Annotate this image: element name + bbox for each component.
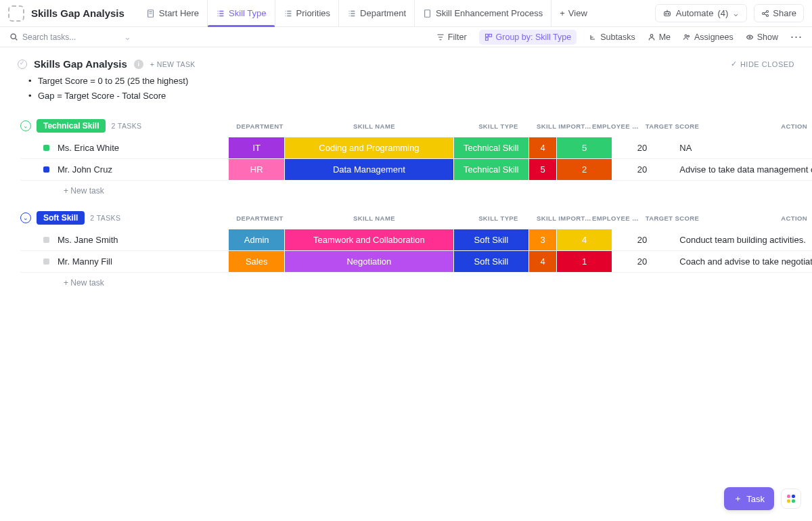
col-action[interactable]: ACTION — [703, 122, 811, 130]
svg-rect-10 — [489, 34, 491, 37]
tab-label: Skill Type — [229, 8, 266, 18]
hide-closed-label: HIDE CLOSED — [740, 60, 794, 68]
add-view-button[interactable]: + View — [551, 0, 595, 27]
cell-rating[interactable]: 5 — [556, 137, 612, 158]
col-rating[interactable]: EMPLOYEE RATI... — [592, 122, 641, 130]
new-task-row-button[interactable]: + New task — [20, 181, 812, 208]
cell-skill-type[interactable]: Soft Skill — [453, 229, 528, 250]
tab-priorities[interactable]: Priorities — [275, 0, 339, 27]
cell-action[interactable]: Conduct team building activities. — [672, 229, 812, 250]
cell-action[interactable]: Coach and advise to take negotiatio — [672, 251, 812, 272]
cell-skill-name[interactable]: Negotiation — [284, 251, 453, 272]
cell-skill-type[interactable]: Technical Skill — [453, 137, 528, 158]
col-importance[interactable]: SKILL IMPORTAN... — [537, 122, 592, 130]
task-row[interactable]: Ms. Erica White IT Coding and Programmin… — [20, 137, 812, 159]
tab-enhancement[interactable]: Skill Enhancement Process — [414, 0, 551, 27]
cell-skill-name[interactable]: Data Management — [284, 159, 453, 180]
more-button[interactable]: ··· — [790, 30, 803, 44]
cell-rating[interactable]: 1 — [556, 251, 612, 272]
status-square-icon[interactable] — [43, 166, 49, 173]
space-icon[interactable] — [8, 5, 24, 22]
new-task-fab[interactable]: ＋ Task — [724, 487, 774, 510]
cell-target[interactable]: 20 — [612, 137, 673, 158]
apps-button[interactable] — [781, 489, 801, 509]
list-icon — [284, 9, 293, 18]
svg-point-15 — [749, 36, 750, 37]
show-button[interactable]: Show — [746, 32, 778, 42]
cell-rating[interactable]: 2 — [556, 159, 612, 180]
cell-department[interactable]: HR — [228, 159, 284, 180]
search-wrap: ⌄ — [9, 32, 131, 42]
cell-target[interactable]: 20 — [612, 229, 673, 250]
filter-button[interactable]: Filter — [436, 32, 467, 42]
group-header: ⌄ Soft Skill 2 TASKS DEPARTMENT SKILL NA… — [20, 210, 812, 225]
group-collapse-button[interactable]: ⌄ — [20, 120, 31, 131]
info-icon[interactable]: i — [134, 60, 143, 69]
groupby-button[interactable]: Group by: Skill Type — [479, 30, 577, 45]
hide-closed-button[interactable]: ✓ HIDE CLOSED — [731, 60, 794, 68]
svg-point-5 — [763, 12, 765, 14]
cell-importance[interactable]: 4 — [528, 137, 556, 158]
task-row[interactable]: Mr. Manny Fill Sales Negotiation Soft Sk… — [20, 251, 812, 273]
group-rows: Ms. Jane Smith Admin Teamwork and Collab… — [20, 229, 812, 273]
task-row[interactable]: Mr. John Cruz HR Data Management Technic… — [20, 159, 812, 181]
cell-action[interactable]: Advise to take data management or — [672, 159, 812, 180]
cell-department[interactable]: IT — [228, 137, 284, 158]
subtasks-button[interactable]: Subtasks — [589, 32, 635, 42]
group-task-count: 2 TASKS — [90, 214, 120, 222]
page-title: Skills Gap Analysis — [31, 7, 125, 19]
cell-target[interactable]: 20 — [612, 251, 673, 272]
status-square-icon[interactable] — [43, 237, 49, 243]
topbar-right: Automate (4) ⌄ Share — [655, 4, 804, 22]
cell-target[interactable]: 20 — [612, 159, 673, 180]
tab-department[interactable]: Department — [338, 0, 414, 27]
share-button[interactable]: Share — [754, 4, 804, 22]
svg-point-14 — [687, 35, 690, 37]
tab-start-here[interactable]: Start Here — [138, 0, 207, 27]
task-group: ⌄ Soft Skill 2 TASKS DEPARTMENT SKILL NA… — [0, 208, 812, 300]
cell-department[interactable]: Sales — [228, 251, 284, 272]
tab-skill-type[interactable]: Skill Type — [207, 0, 274, 27]
cell-skill-type[interactable]: Technical Skill — [453, 159, 528, 180]
task-name-cell: Ms. Jane Smith — [20, 229, 228, 250]
assignees-button[interactable]: Assignees — [683, 32, 734, 42]
status-square-icon[interactable] — [43, 145, 49, 151]
search-input[interactable] — [22, 32, 117, 42]
automate-button[interactable]: Automate (4) ⌄ — [655, 4, 748, 22]
cell-skill-name[interactable]: Coding and Programming — [284, 137, 453, 158]
status-square-icon[interactable] — [43, 258, 49, 265]
me-button[interactable]: Me — [648, 32, 671, 42]
new-task-row-button[interactable]: + New task — [20, 273, 812, 300]
cell-department[interactable]: Admin — [228, 229, 284, 250]
col-action[interactable]: ACTION — [703, 214, 811, 222]
cell-importance[interactable]: 5 — [528, 159, 556, 180]
col-target[interactable]: TARGET SCORE — [641, 122, 703, 130]
col-skill-name[interactable]: SKILL NAME — [288, 122, 460, 130]
col-department[interactable]: DEPARTMENT — [231, 122, 288, 130]
col-importance[interactable]: SKILL IMPORTAN... — [537, 214, 592, 222]
task-group: ⌄ Technical Skill 2 TASKS DEPARTMENT SKI… — [0, 116, 812, 208]
group-pill[interactable]: Soft Skill — [37, 211, 85, 225]
col-skill-name[interactable]: SKILL NAME — [288, 214, 460, 222]
col-department[interactable]: DEPARTMENT — [231, 214, 288, 222]
plus-icon: + — [560, 8, 565, 18]
cell-importance[interactable]: 4 — [528, 251, 556, 272]
group-collapse-button[interactable]: ⌄ — [20, 212, 31, 223]
cell-importance[interactable]: 3 — [528, 229, 556, 250]
col-skill-type[interactable]: SKILL TYPE — [460, 214, 537, 222]
collapse-all-icon[interactable] — [18, 60, 27, 69]
col-rating[interactable]: EMPLOYEE RATI... — [592, 214, 641, 222]
chevron-down-icon[interactable]: ⌄ — [124, 32, 131, 42]
cell-rating[interactable]: 4 — [556, 229, 612, 250]
cell-skill-type[interactable]: Soft Skill — [453, 251, 528, 272]
toolbar: ⌄ Filter Group by: Skill Type Subtasks M… — [0, 27, 812, 47]
task-name-cell: Ms. Erica White — [20, 137, 228, 158]
group-pill[interactable]: Technical Skill — [37, 119, 106, 133]
col-target[interactable]: TARGET SCORE — [641, 214, 703, 222]
cell-skill-name[interactable]: Teamwork and Collaboration — [284, 229, 453, 250]
cell-action[interactable]: NA — [672, 137, 812, 158]
new-task-header-button[interactable]: + NEW TASK — [150, 60, 196, 68]
task-row[interactable]: Ms. Jane Smith Admin Teamwork and Collab… — [20, 229, 812, 251]
person-icon — [648, 33, 656, 41]
col-skill-type[interactable]: SKILL TYPE — [460, 122, 537, 130]
